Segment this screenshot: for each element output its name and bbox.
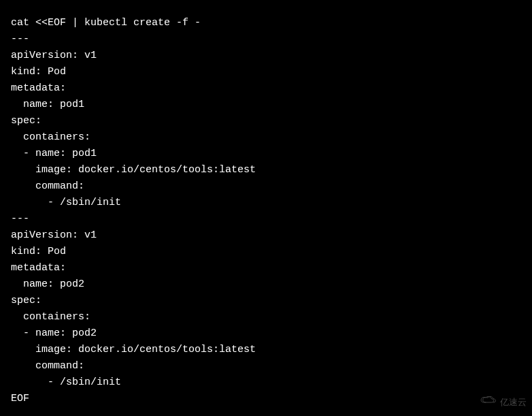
code-line: command: [11,360,84,372]
code-line: containers: [11,311,90,323]
code-line: - name: pod2 [11,327,97,339]
code-line: - /sbin/init [11,377,121,388]
code-line: command: [11,180,84,192]
code-line: EOF [11,393,29,404]
code-line: apiVersion: v1 [11,50,97,61]
code-line: metadata: [11,262,66,274]
code-line: cat <<EOF | kubectl create -f - [11,17,201,29]
code-line: spec: [11,115,41,127]
code-line: --- [11,213,29,225]
code-line: metadata: [11,82,66,94]
code-line: kind: Pod [11,66,66,78]
code-line: apiVersion: v1 [11,229,97,241]
code-line: containers: [11,131,90,143]
code-line: image: docker.io/centos/tools:latest [11,164,256,176]
code-line: spec: [11,295,41,306]
code-line: image: docker.io/centos/tools:latest [11,344,256,355]
cloud-icon [478,394,497,411]
code-line: - name: pod1 [11,148,97,159]
terminal-output: cat <<EOF | kubectl create -f - --- apiV… [11,15,521,407]
code-line: name: pod1 [11,99,84,110]
code-line: --- [11,33,29,45]
code-line: kind: Pod [11,246,66,257]
code-line: - /sbin/init [11,197,121,208]
watermark-text: 亿速云 [500,394,527,411]
code-line: name: pod2 [11,278,84,290]
watermark: 亿速云 [478,394,527,411]
